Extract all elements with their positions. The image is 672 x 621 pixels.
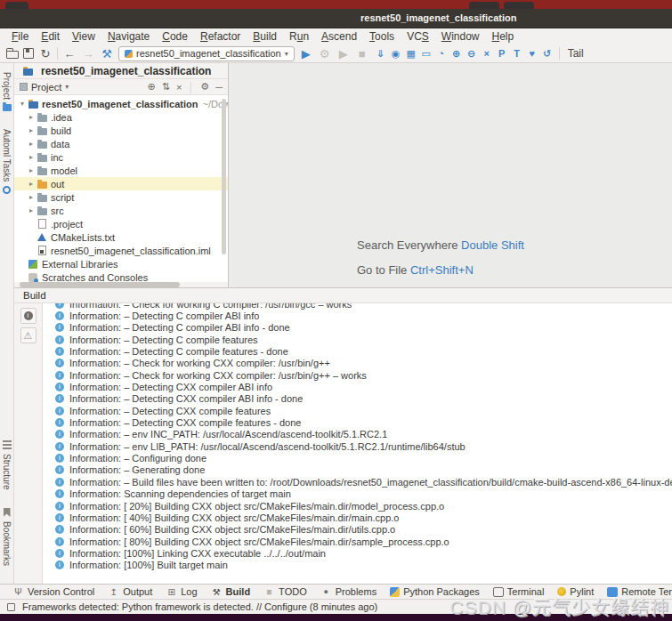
ascend-tool-icon[interactable]: P	[495, 47, 509, 60]
ascend-tool-icon[interactable]: ▦	[404, 47, 418, 60]
project-panel-header: resnet50_imagenet_classification	[14, 63, 228, 79]
run-config-selector[interactable]: resnet50_imagenet_classification ▾	[118, 46, 295, 61]
tree-item[interactable]: External Libraries	[14, 257, 228, 270]
horizontal-scrollbar[interactable]	[14, 282, 228, 287]
menu-item[interactable]: View	[66, 30, 101, 43]
tree-item[interactable]: ▸ data	[14, 137, 228, 150]
ascend-tool-icon[interactable]: ♥	[525, 47, 539, 60]
stop-icon[interactable]: ■	[355, 47, 369, 60]
tree-item[interactable]: ▸ .idea	[14, 110, 228, 124]
log-message: Information: – Detecting CXX compile fea…	[69, 417, 301, 428]
ascend-tool-icon[interactable]: ▭	[419, 47, 433, 60]
menu-item[interactable]: VCS	[401, 30, 435, 43]
menu-item[interactable]: Tools	[363, 30, 401, 43]
filter-warning-button[interactable]: ⚠	[20, 327, 36, 343]
project-panel-action-icon[interactable]: ⇅	[162, 81, 170, 93]
log-message: Information: – Detecting C compiler ABI …	[69, 322, 290, 333]
log-line: Information: – Detecting CXX compile fea…	[55, 405, 672, 416]
tree-item[interactable]: ▸ model	[14, 164, 228, 177]
tree-item[interactable]: .project	[14, 217, 228, 230]
status-message[interactable]: Frameworks detected: Python framework is…	[22, 601, 377, 612]
build-hammer-icon[interactable]: ⚒	[100, 47, 114, 60]
tree-item[interactable]: ▸ inc	[14, 150, 228, 164]
tree-item[interactable]: CMakeLists.txt	[14, 230, 228, 244]
editor-area[interactable]: Search Everywhere Double Shift Go to Fil…	[229, 63, 672, 287]
info-icon	[55, 394, 64, 403]
project-folder-icon	[3, 104, 12, 111]
ascend-tool-icon[interactable]: T	[510, 47, 524, 60]
back-icon[interactable]: ←	[62, 47, 77, 60]
tool-window-toggle-icon[interactable]	[7, 603, 15, 611]
forward-icon[interactable]: →	[81, 47, 95, 60]
menu-item[interactable]: Navigate	[101, 30, 156, 43]
menu-item[interactable]: Refactor	[194, 30, 247, 43]
filter-info-button[interactable]	[20, 308, 36, 324]
window-titlebar[interactable]: resnet50_imagenet_classification	[0, 9, 672, 28]
shortcut-tip: Search Everywhere Double Shift	[357, 238, 524, 252]
shortcut-tip-key[interactable]: Double Shift	[461, 238, 524, 252]
menu-item[interactable]: Run	[283, 30, 315, 43]
tool-window-button[interactable]: Output	[108, 586, 152, 597]
ascend-tool-icon[interactable]: ◉	[389, 47, 403, 60]
vertical-scrollbar[interactable]	[222, 99, 226, 254]
chevron-icon[interactable]: ▾	[18, 100, 27, 108]
ascend-tool-icon[interactable]: ×	[480, 47, 494, 60]
tree-item[interactable]: resnet50_imagenet_classification.iml	[14, 244, 228, 257]
menu-item[interactable]: Help	[486, 30, 521, 43]
tree-item[interactable]: ▸ out	[14, 177, 228, 190]
ascend-tool-icon[interactable]: ⊕	[449, 47, 464, 60]
chevron-icon[interactable]: ▸	[27, 193, 36, 201]
stripe-button-automl-tasks[interactable]: Automl Tasks	[2, 129, 12, 194]
info-icon	[55, 407, 64, 415]
sync-icon[interactable]: ↻	[38, 47, 53, 60]
tail-label[interactable]: Tail	[568, 47, 584, 60]
tool-window-button-label: Log	[181, 586, 197, 597]
menu-item[interactable]: Code	[156, 30, 194, 43]
chevron-icon[interactable]: ▸	[27, 206, 36, 214]
tool-window-button[interactable]: Version Control	[12, 586, 94, 597]
chevron-icon[interactable]: ▸	[27, 113, 36, 121]
project-panel-action-icon[interactable]: ×	[176, 82, 182, 93]
content-column: resnet50_imagenet_classification Project…	[14, 63, 672, 584]
tree-item[interactable]: ▸ src	[14, 204, 228, 217]
tool-window-button[interactable]: TODO	[263, 586, 307, 597]
tool-window-button[interactable]: Build	[211, 586, 251, 597]
project-panel-action-icon[interactable]: │	[188, 82, 194, 93]
chevron-icon[interactable]: ▸	[27, 166, 36, 174]
project-panel-action-icon[interactable]: ⊕	[148, 81, 156, 93]
chevron-icon[interactable]: ▸	[27, 153, 36, 161]
stripe-button-project[interactable]: Project	[2, 72, 12, 111]
ascend-tool-icon[interactable]: ⊖	[465, 47, 479, 60]
save-all-icon[interactable]	[23, 48, 34, 59]
project-view-selector[interactable]: Project ▾	[20, 82, 69, 93]
run-button-icon[interactable]: ▶	[299, 47, 313, 60]
ascend-tool-icon[interactable]: ↺	[540, 47, 555, 60]
menu-item[interactable]: Build	[247, 30, 283, 43]
stripe-label-bookmarks: Bookmarks	[2, 521, 12, 566]
settings-icon[interactable]: ⚙	[318, 47, 332, 60]
shortcut-tip-key[interactable]: Ctrl+Shift+N	[410, 263, 474, 277]
stripe-button-bookmarks[interactable]: Bookmarks	[2, 508, 12, 566]
menu-item[interactable]: Ascend	[315, 30, 363, 43]
project-panel-action-icon[interactable]: ─	[215, 82, 223, 93]
debug-play-icon[interactable]: ▶	[336, 47, 351, 60]
menu-item[interactable]: Edit	[35, 30, 66, 43]
menu-item[interactable]: File	[5, 30, 35, 43]
tree-item[interactable]: ▸ build	[14, 124, 228, 137]
tool-window-button[interactable]: Problems	[320, 586, 376, 597]
chevron-icon[interactable]: ▸	[27, 126, 36, 134]
scrollbar-thumb[interactable]	[20, 282, 180, 287]
chevron-icon[interactable]: ▸	[27, 140, 36, 148]
ascend-tool-icon[interactable]: ⇓	[374, 47, 388, 60]
tree-item[interactable]: ▸ script	[14, 190, 228, 204]
desktop-background-top	[0, 0, 672, 9]
stripe-button-structure[interactable]: Structure	[2, 440, 12, 490]
tree-item[interactable]: ▾ resnet50_imagenet_classification ~/Dow…	[14, 97, 228, 110]
open-folder-icon[interactable]	[6, 51, 19, 59]
tool-window-button[interactable]: Log	[166, 586, 197, 597]
project-panel-action-icon[interactable]: ⚙	[200, 81, 209, 93]
menu-item[interactable]: Window	[435, 30, 486, 43]
build-log[interactable]: Information: – Check for working C compi…	[43, 303, 672, 578]
chevron-icon[interactable]: ▸	[27, 180, 36, 188]
ascend-tool-icon[interactable]: ◔	[434, 47, 449, 60]
